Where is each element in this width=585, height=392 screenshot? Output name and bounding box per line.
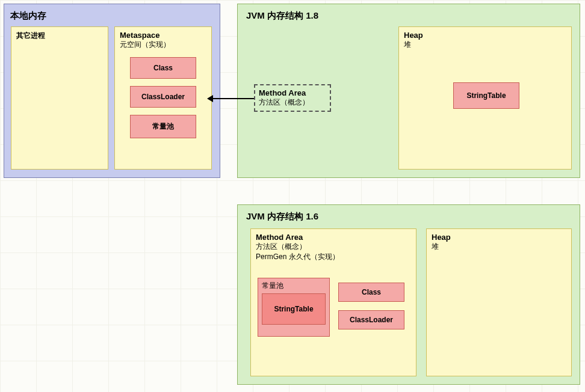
metaspace-classloader-item: ClassLoader bbox=[130, 86, 196, 108]
other-processes-box: 其它进程 bbox=[11, 26, 108, 170]
arrow-head-icon bbox=[207, 95, 213, 102]
jvm16-method-area-subtitle1: 方法区（概念） bbox=[256, 242, 411, 252]
jvm16-heap-title: Heap bbox=[432, 233, 566, 242]
jvm18-method-area-title: Method Area bbox=[259, 88, 306, 97]
jvm16-title: JVM 内存结构 1.6 bbox=[246, 211, 571, 222]
jvm16-method-area-title: Method Area bbox=[256, 233, 411, 242]
metaspace-constant-pool-item: 常量池 bbox=[130, 115, 196, 138]
metaspace-title: Metaspace bbox=[120, 31, 206, 40]
local-memory-title: 本地内存 bbox=[10, 10, 214, 22]
jvm16-constant-pool-title: 常量池 bbox=[262, 281, 326, 291]
metaspace-subtitle: 元空间（实现） bbox=[120, 40, 206, 50]
jvm16-method-area-subtitle2: PermGen 永久代（实现） bbox=[256, 252, 411, 262]
jvm18-heap-box: Heap 堆 StringTable bbox=[398, 26, 572, 170]
jvm16-constant-pool-box: 常量池 StringTable bbox=[258, 278, 330, 337]
diagram-canvas: 本地内存 其它进程 Metaspace 元空间（实现） Class ClassL… bbox=[0, 0, 585, 392]
other-processes-title: 其它进程 bbox=[16, 31, 103, 41]
jvm18-heap-subtitle: 堆 bbox=[404, 40, 566, 50]
jvm16-heap-box: Heap 堆 bbox=[426, 228, 572, 376]
jvm18-string-table-item: StringTable bbox=[453, 82, 519, 109]
jvm18-title: JVM 内存结构 1.8 bbox=[246, 10, 571, 22]
jvm16-heap-subtitle: 堆 bbox=[432, 242, 566, 252]
jvm16-classloader-item: ClassLoader bbox=[338, 310, 404, 329]
arrow-method-area-to-metaspace bbox=[212, 98, 254, 99]
jvm16-class-item: Class bbox=[338, 283, 404, 302]
metaspace-class-item: Class bbox=[130, 57, 196, 79]
jvm18-heap-title: Heap bbox=[404, 31, 566, 40]
jvm18-method-area-box: Method Area 方法区（概念） bbox=[254, 84, 331, 112]
jvm18-method-area-subtitle: 方法区（概念） bbox=[259, 97, 309, 108]
metaspace-box: Metaspace 元空间（实现） Class ClassLoader 常量池 bbox=[114, 26, 212, 170]
jvm16-string-table-item: StringTable bbox=[262, 293, 326, 325]
